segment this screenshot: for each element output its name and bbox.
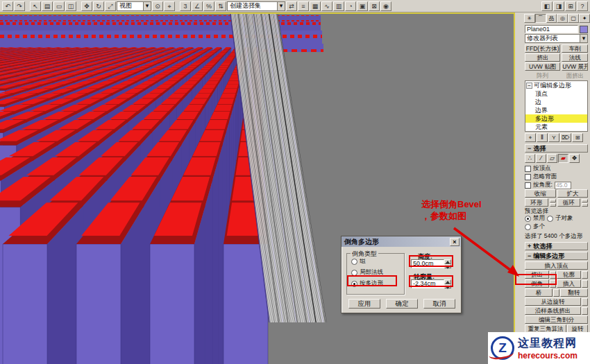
ignore-backfacing-checkbox[interactable] [525,174,531,180]
angle-snap-toggle-icon[interactable]: ∠ [192,1,203,11]
close-icon[interactable]: × [450,238,460,246]
by-polygon-radio[interactable] [351,281,357,287]
extrude-along-spline-button[interactable]: 沿样条线挤出 [525,306,581,315]
pin-stack-icon[interactable]: ⌖ [525,133,536,142]
window-crossing-toggle-icon[interactable]: ◫ [65,1,76,11]
extrude-settings-button[interactable] [550,271,556,279]
modifier-button-uvw-map[interactable]: UVW 贴图 [525,62,560,71]
layer-manager-icon[interactable]: ▦ [310,1,321,11]
select-and-manipulate-icon[interactable]: ⌖ [164,1,175,11]
object-name-field[interactable]: Plane01 [525,25,578,33]
rollout-soft-selection-header[interactable]: + 软选择 [525,242,588,250]
select-by-name-icon[interactable]: ▤ [42,1,53,11]
stack-item-顶点[interactable]: 顶点 [525,89,587,98]
show-end-result-icon[interactable]: Ⅱ [537,133,548,142]
render-production-icon[interactable]: ◧ [541,1,553,11]
inset-button[interactable]: 插入 [557,279,581,288]
modifier-button-face-extrude[interactable]: 面挤出 [562,71,588,80]
utilities-tab[interactable]: ✦ [579,14,590,23]
edit-triangulation-button[interactable]: 编辑三角剖分 [525,315,588,324]
loop-spinner[interactable] [582,199,588,207]
hinge-settings-button[interactable] [582,298,588,306]
select-and-move-icon[interactable]: ✥ [81,1,92,11]
chevron-down-icon[interactable]: ▾ [580,35,587,42]
make-unique-icon[interactable]: Y [548,133,559,142]
vertex-subobject-icon[interactable]: ∴ [525,154,535,163]
angle-value-field[interactable]: 45.0 [555,182,571,189]
schematic-view-icon[interactable]: ▥ [333,1,344,11]
modify-tab[interactable]: ⌒ [535,14,546,23]
polygon-subobject-icon[interactable]: ▰ [558,154,568,163]
render-iterative-icon[interactable]: ◨ [553,1,564,11]
bridge-button[interactable]: 桥 [525,288,553,297]
outline-settings-button[interactable] [582,271,588,279]
render-setup-icon[interactable]: ▣ [357,1,368,11]
outline-spinner[interactable] [444,279,451,288]
select-and-rotate-icon[interactable]: ↻ [93,1,104,11]
stack-item-边[interactable]: 边 [525,98,587,106]
apply-button[interactable]: 应用 [348,299,380,309]
stack-item-边界[interactable]: 边界 [525,106,587,114]
use-pivot-point-center-icon[interactable]: ⊙ [152,1,163,11]
select-and-scale-icon[interactable]: ⤢ [105,1,116,11]
spinner-snap-toggle-icon[interactable]: ⇅ [215,1,226,11]
rollout-selection-header[interactable]: − 选择 [525,144,588,153]
curve-editor-icon[interactable]: ∿ [321,1,332,11]
configure-modifier-sets-icon[interactable]: ⊞ [572,133,583,142]
modifier-button-array[interactable]: 阵列 [525,71,560,80]
snap-toggle-3d-icon[interactable]: 3 [180,1,191,11]
ring-spinner[interactable] [550,199,556,207]
dialog-titlebar[interactable]: 倒角多边形 × [342,236,461,247]
ok-button[interactable]: 确定 [386,299,418,309]
border-subobject-icon[interactable]: ▱ [547,154,557,163]
rectangular-selection-region-icon[interactable]: ▭ [53,1,65,11]
help-icon[interactable]: ? [577,1,588,11]
by-angle-checkbox[interactable] [525,182,531,189]
element-subobject-icon[interactable]: ❖ [569,154,580,163]
bevel-settings-button[interactable] [550,280,556,288]
modifier-list-dropdown[interactable]: 修改器列表 ▾ [525,34,588,43]
chevron-down-icon[interactable]: ▾ [277,2,285,10]
modifier-button-uvw-unwrap[interactable]: UVW 展开 [562,62,588,71]
redo-icon[interactable]: ↷ [14,1,25,11]
create-tab[interactable]: ✳ [524,14,535,23]
height-input[interactable]: 50.0cm [411,259,444,268]
rendered-frame-window-icon[interactable]: ⊠ [369,1,380,11]
stack-item-editable-poly[interactable]: −可编辑多边形 [525,81,587,89]
local-normal-radio[interactable] [351,270,357,276]
undo-icon[interactable]: ↶ [2,1,13,11]
viewport-config-icon[interactable]: ⊞ [565,1,576,11]
ring-button[interactable]: 环形 [525,198,548,207]
bevel-button[interactable]: 倒角 [525,279,549,288]
edge-subobject-icon[interactable]: ∕ [536,154,546,163]
rollout-edit-polygons-header[interactable]: − 编辑多边形 [525,252,588,260]
hinge-from-edge-button[interactable]: 从边旋转 [525,297,581,306]
bridge-settings-button[interactable] [553,289,559,297]
modifier-stack-list[interactable]: −可编辑多边形顶点边边界多边形元素 [525,80,588,132]
stack-item-元素[interactable]: 元素 [525,123,587,131]
collapse-icon[interactable]: − [526,83,532,89]
outline-amount-input[interactable]: -2.34cm [411,279,444,288]
reference-coordinate-dropdown[interactable]: 视图▾ [117,1,151,11]
extrude-along-spline-settings-button[interactable] [582,307,588,315]
preview-multiple-radio[interactable] [525,224,531,230]
modifier-button-normal[interactable]: 法线 [562,53,588,62]
watermark[interactable]: Z 这里教程网 herecours.com [488,332,590,364]
align-icon[interactable]: ≡ [298,1,309,11]
loop-button[interactable]: 循环 [557,198,581,207]
modifier-button-ffd-box[interactable]: FFD(长方体) [525,44,560,53]
select-object-icon[interactable]: ↖ [30,1,41,11]
height-spinner[interactable] [444,259,451,268]
preview-disable-radio[interactable] [525,216,531,222]
mirror-icon[interactable]: ⇄ [286,1,297,11]
shrink-button[interactable]: 收缩 [525,189,556,198]
hierarchy-tab[interactable]: 品 [546,14,557,23]
percent-snap-toggle-icon[interactable]: % [203,1,214,11]
display-tab[interactable]: ▢ [568,14,579,23]
named-selection-sets-dropdown[interactable]: 创建选择集▾ [227,1,285,11]
cancel-button[interactable]: 取消 [423,299,455,309]
remove-modifier-icon[interactable]: ⌦ [560,133,571,142]
modifier-button-extrude[interactable]: 挤出 [525,53,560,62]
outline-button[interactable]: 轮廓 [557,270,581,279]
preview-subobject-radio[interactable] [547,216,553,222]
